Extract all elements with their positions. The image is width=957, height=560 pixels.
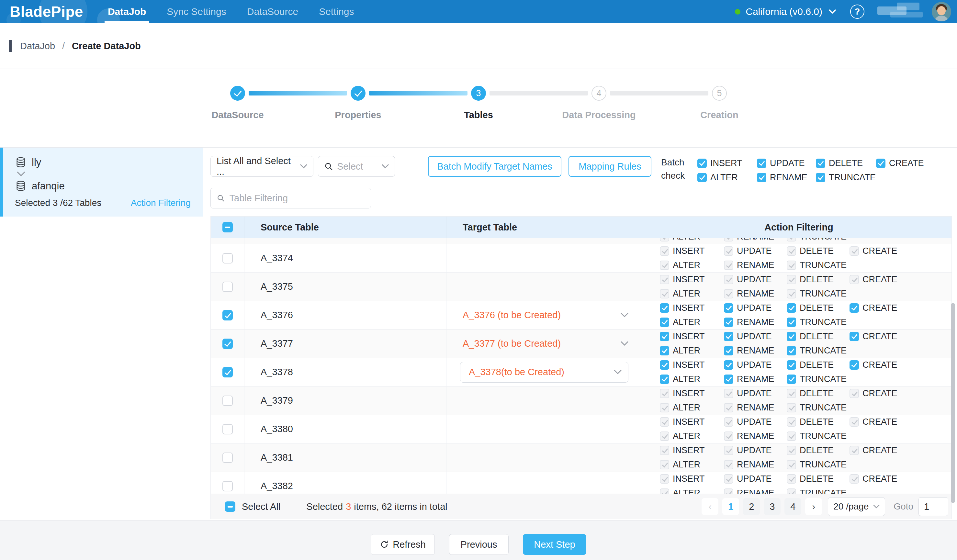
action-rename: RENAME — [724, 374, 787, 384]
page-button-2[interactable]: 2 — [743, 498, 760, 515]
action-checkbox — [724, 460, 733, 469]
action-label: ALTER — [673, 346, 700, 356]
action-checkbox[interactable] — [660, 360, 669, 370]
action-checkbox[interactable] — [724, 317, 733, 327]
action-checkbox[interactable] — [697, 159, 707, 168]
row-checkbox[interactable] — [223, 310, 233, 320]
db-pair-item-selected[interactable]: lly afanqie Selected 3 /62 Tables Action… — [0, 148, 203, 216]
next-step-button[interactable]: Next Step — [523, 534, 586, 555]
action-update: UPDATE — [724, 388, 787, 399]
action-checkbox[interactable] — [724, 346, 733, 355]
action-label: DELETE — [800, 445, 834, 456]
avatar[interactable] — [932, 2, 951, 21]
page-prev-button[interactable]: ‹ — [701, 498, 719, 515]
action-checkbox — [660, 432, 669, 441]
page-button-3[interactable]: 3 — [764, 498, 780, 515]
action-checkbox[interactable] — [850, 332, 859, 341]
mapping-rules-button[interactable]: Mapping Rules — [569, 156, 651, 177]
action-checkbox[interactable] — [787, 303, 796, 313]
source-table-name: A_3381 — [245, 443, 447, 472]
action-checkbox[interactable] — [697, 173, 707, 182]
row-checkbox[interactable] — [223, 339, 233, 349]
action-delete: DELETE — [787, 474, 850, 484]
action-checkbox[interactable] — [757, 159, 766, 168]
action-label: INSERT — [673, 274, 705, 284]
action-checkbox[interactable] — [660, 346, 669, 355]
action-checkbox[interactable] — [787, 332, 796, 341]
target-table-select[interactable]: A_3378(to be Created) — [460, 362, 629, 383]
nav-datajob[interactable]: DataJob — [104, 0, 149, 23]
action-checkbox[interactable] — [787, 346, 796, 355]
table-filtering-input[interactable] — [229, 193, 365, 203]
target-table-name: A_3378(to be Created) — [469, 367, 564, 377]
action-label: TRUNCATE — [800, 289, 846, 299]
page-size-select[interactable]: 20 /page — [828, 497, 885, 516]
action-filter-grid: INSERTALTERUPDATERENAMEDELETETRUNCATECRE… — [660, 245, 897, 272]
action-checkbox[interactable] — [757, 173, 766, 182]
action-checkbox[interactable] — [787, 374, 796, 384]
target-table-name[interactable]: A_3377 (to be Created) — [463, 338, 561, 349]
database-icon — [15, 180, 27, 192]
action-checkbox[interactable] — [724, 332, 733, 341]
help-icon[interactable]: ? — [850, 5, 864, 19]
nav-datasource[interactable]: DataSource — [244, 0, 302, 23]
action-update: UPDATE — [724, 445, 787, 456]
action-checkbox[interactable] — [816, 173, 825, 182]
row-checkbox[interactable] — [223, 481, 233, 491]
table-row: A_3376 A_3376 (to be Created) INSERTALTE… — [211, 301, 952, 330]
step-number: 3 — [471, 86, 486, 101]
action-label: INSERT — [673, 331, 705, 341]
chevron-down-icon — [382, 164, 389, 169]
action-checkbox[interactable] — [660, 332, 669, 341]
previous-button[interactable]: Previous — [449, 534, 509, 555]
nav-sync-settings[interactable]: Sync Settings — [164, 0, 229, 23]
batch-modify-target-names-button[interactable]: Batch Modify Target Names — [428, 156, 561, 177]
region-version-label[interactable]: California (v0.6.0) — [745, 6, 822, 17]
action-checkbox[interactable] — [787, 317, 796, 327]
action-label: TRUNCATE — [800, 238, 846, 242]
breadcrumb-parent[interactable]: DataJob — [20, 41, 55, 52]
chevron-down-icon[interactable] — [829, 9, 836, 14]
goto-page-input[interactable] — [919, 497, 948, 516]
action-rename: RENAME — [724, 260, 787, 270]
row-checkbox[interactable] — [223, 453, 233, 463]
page-button-4[interactable]: 4 — [785, 498, 801, 515]
select-all-header-checkbox[interactable] — [223, 222, 233, 232]
action-checkbox[interactable] — [660, 317, 669, 327]
stepper: DataSource Properties 3 Tables 4 Data Pr… — [177, 69, 780, 147]
target-table-name[interactable]: A_3376 (to be Created) — [463, 310, 561, 320]
refresh-button[interactable]: Refresh — [371, 534, 435, 555]
select-all-checkbox[interactable] — [225, 502, 235, 512]
page-button-1[interactable]: 1 — [722, 498, 739, 515]
row-checkbox[interactable] — [223, 253, 233, 263]
row-checkbox[interactable] — [223, 424, 233, 434]
nav-settings[interactable]: Settings — [316, 0, 357, 23]
action-checkbox[interactable] — [816, 159, 825, 168]
action-checkbox[interactable] — [660, 374, 669, 384]
chevron-down-icon — [873, 505, 880, 509]
action-checkbox[interactable] — [724, 360, 733, 370]
vertical-scrollbar[interactable] — [951, 303, 955, 503]
table-select-dropdown[interactable]: Select — [318, 156, 395, 177]
list-mode-select[interactable]: List All and Select ... — [210, 156, 313, 177]
action-checkbox[interactable] — [660, 303, 669, 313]
page-next-button[interactable]: › — [805, 498, 822, 515]
action-checkbox — [660, 489, 669, 494]
action-checkbox — [787, 246, 796, 256]
table-row: A_3382 INSERTALTERUPDATERENAMEDELETETRUN… — [211, 472, 952, 494]
row-checkbox[interactable] — [223, 367, 233, 377]
action-checkbox[interactable] — [787, 360, 796, 370]
chevron-down-icon[interactable] — [621, 313, 629, 318]
action-checkbox[interactable] — [850, 360, 859, 370]
action-checkbox[interactable] — [876, 159, 886, 168]
action-label: CREATE — [862, 417, 897, 427]
action-checkbox[interactable] — [724, 374, 733, 384]
action-checkbox — [660, 246, 669, 256]
chevron-down-icon[interactable] — [621, 341, 629, 346]
row-checkbox[interactable] — [223, 282, 233, 292]
action-filtering-link[interactable]: Action Filtering — [131, 198, 191, 208]
row-checkbox[interactable] — [223, 396, 233, 406]
action-checkbox[interactable] — [724, 303, 733, 313]
table-select-placeholder: Select — [337, 161, 363, 172]
action-checkbox[interactable] — [850, 303, 859, 313]
